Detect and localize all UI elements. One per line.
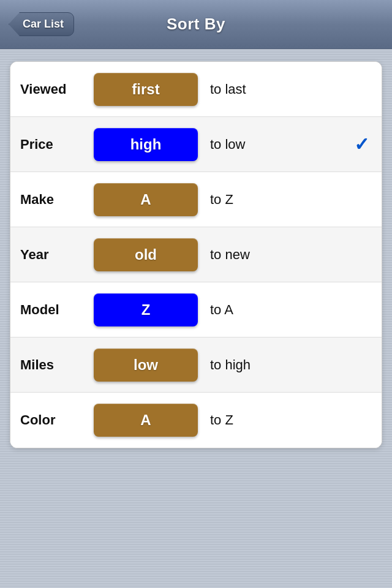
bottom-area <box>0 461 392 588</box>
sort-direction-color: to Z <box>198 412 372 428</box>
sort-label-make: Make <box>20 192 94 208</box>
sort-direction-price: to low <box>198 137 354 153</box>
sort-value-button-color[interactable]: A <box>94 404 198 437</box>
sort-row-color: ColorAto Z <box>10 393 382 448</box>
sort-row-model: ModelZto A <box>10 282 382 337</box>
back-button[interactable]: Car List <box>9 12 74 36</box>
content-area: Viewedfirstto lastPricehighto low✓MakeAt… <box>0 49 392 461</box>
sort-label-miles: Miles <box>20 357 94 373</box>
sort-card: Viewedfirstto lastPricehighto low✓MakeAt… <box>10 61 382 448</box>
checkmark-price: ✓ <box>354 134 372 155</box>
sort-label-color: Color <box>20 412 94 428</box>
sort-row-make: MakeAto Z <box>10 172 382 227</box>
sort-value-button-model[interactable]: Z <box>94 293 198 326</box>
sort-row-viewed: Viewedfirstto last <box>10 62 382 117</box>
sort-label-model: Model <box>20 302 94 318</box>
sort-row-price: Pricehighto low✓ <box>10 117 382 172</box>
sort-value-button-year[interactable]: old <box>94 238 198 271</box>
sort-value-button-miles[interactable]: low <box>94 349 198 382</box>
sort-row-year: Yearoldto new <box>10 227 382 282</box>
sort-label-year: Year <box>20 247 94 263</box>
sort-direction-miles: to high <box>198 357 372 373</box>
back-label: Car List <box>23 18 64 30</box>
sort-direction-year: to new <box>198 247 372 263</box>
sort-value-button-viewed[interactable]: first <box>94 73 198 106</box>
sort-value-button-price[interactable]: high <box>94 128 198 161</box>
sort-direction-make: to Z <box>198 192 372 208</box>
sort-value-button-make[interactable]: A <box>94 183 198 216</box>
page-title: Sort By <box>167 15 225 34</box>
sort-direction-model: to A <box>198 302 372 318</box>
sort-direction-viewed: to last <box>198 81 372 97</box>
sort-row-miles: Mileslowto high <box>10 337 382 393</box>
sort-label-price: Price <box>20 137 94 153</box>
sort-label-viewed: Viewed <box>20 81 94 97</box>
navigation-bar: Car List Sort By <box>0 0 392 49</box>
